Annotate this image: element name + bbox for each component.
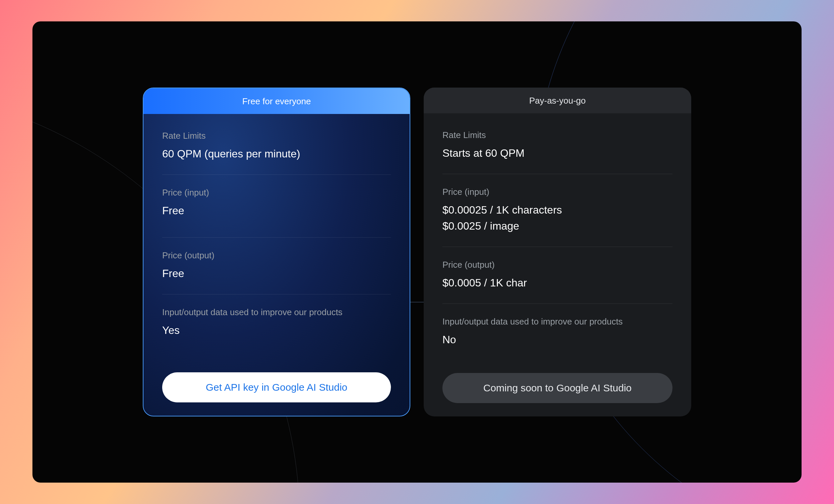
price-output-section: Price (output) $0.0005 / 1K char: [442, 260, 673, 304]
rate-limits-value: Starts at 60 QPM: [442, 145, 673, 161]
card-title: Free for everyone: [144, 88, 410, 114]
card-body: Rate Limits Starts at 60 QPM Price (inpu…: [424, 113, 691, 416]
price-output-value: $0.0005 / 1K char: [442, 275, 673, 291]
rate-limits-label: Rate Limits: [162, 131, 391, 141]
data-usage-value: Yes: [162, 322, 391, 338]
price-output-label: Price (output): [442, 260, 673, 270]
data-usage-value: No: [442, 331, 673, 348]
data-usage-section: Input/output data used to improve our pr…: [162, 307, 391, 351]
price-input-section: Price (input) $0.00025 / 1K characters $…: [442, 187, 673, 247]
pricing-cards: Free for everyone Rate Limits 60 QPM (qu…: [143, 88, 691, 416]
price-input-label: Price (input): [162, 187, 391, 198]
price-input-value-line2: $0.0025 / image: [442, 218, 673, 234]
data-usage-label: Input/output data used to improve our pr…: [442, 317, 673, 327]
data-usage-label: Input/output data used to improve our pr…: [162, 307, 391, 318]
get-api-key-button[interactable]: Get API key in Google AI Studio: [162, 372, 391, 403]
rate-limits-label: Rate Limits: [442, 130, 673, 140]
card-title: Pay-as-you-go: [424, 88, 691, 113]
rate-limits-section: Rate Limits Starts at 60 QPM: [442, 130, 673, 174]
rate-limits-section: Rate Limits 60 QPM (queries per minute): [162, 131, 391, 175]
data-usage-section: Input/output data used to improve our pr…: [442, 317, 673, 360]
card-body: Rate Limits 60 QPM (queries per minute) …: [144, 114, 410, 416]
price-input-label: Price (input): [442, 187, 673, 197]
rate-limits-value: 60 QPM (queries per minute): [162, 146, 391, 162]
pricing-panel: Free for everyone Rate Limits 60 QPM (qu…: [32, 21, 802, 483]
price-output-label: Price (output): [162, 250, 391, 261]
pricing-card-paid: Pay-as-you-go Rate Limits Starts at 60 Q…: [424, 88, 691, 416]
price-input-value: Free: [162, 203, 391, 219]
pricing-card-free: Free for everyone Rate Limits 60 QPM (qu…: [143, 88, 410, 416]
price-output-section: Price (output) Free: [162, 250, 391, 294]
price-input-value-line1: $0.00025 / 1K characters: [442, 202, 673, 218]
coming-soon-button[interactable]: Coming soon to Google AI Studio: [442, 373, 673, 403]
price-output-value: Free: [162, 266, 391, 281]
price-input-section: Price (input) Free: [162, 187, 391, 238]
